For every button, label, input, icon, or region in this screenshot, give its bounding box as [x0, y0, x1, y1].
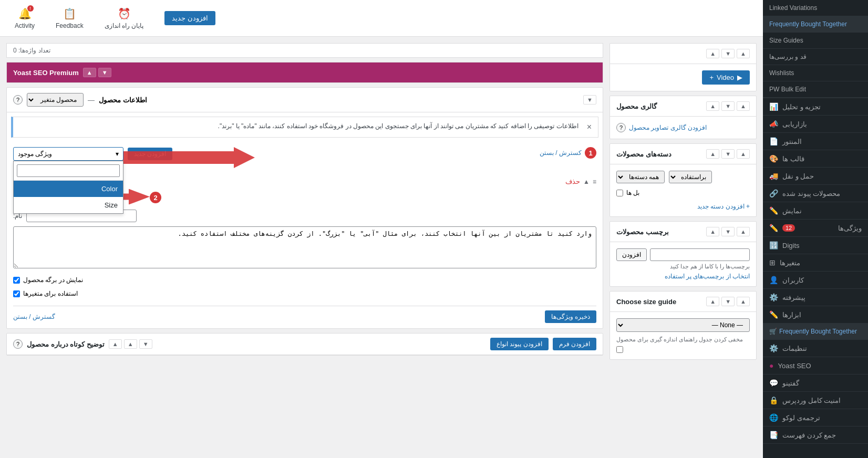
sidebar-item-height-reviews[interactable]: قد و بررسی‌ها: [763, 49, 868, 65]
delete-attr-btn[interactable]: حذف: [565, 178, 580, 185]
expand-attr-btn[interactable]: ▲: [583, 178, 590, 185]
dropdown-search-input[interactable]: [17, 164, 120, 177]
video-up-btn[interactable]: ▲: [737, 49, 750, 58]
gallery-up-btn[interactable]: ▲: [737, 101, 750, 111]
top-bar: افزودن جدید ⏰ پایان راه اندازی 📋 Feedbac…: [0, 0, 763, 37]
gallery-down-btn[interactable]: ▼: [721, 101, 735, 111]
sidebar-label-goftino: گفتینو: [782, 379, 799, 387]
attr-values-textarea[interactable]: وارد کنید تا مشتریان از بین آنها انتخاب …: [13, 226, 596, 268]
sidebar-item-advanced[interactable]: پیشرفته ⚙️: [763, 289, 868, 306]
size-down-btn[interactable]: ▼: [721, 297, 735, 306]
add-attr-button[interactable]: افزودن جدید: [128, 148, 172, 160]
yoast-icon: ●: [769, 361, 773, 370]
tags-down-btn[interactable]: ▼: [721, 227, 735, 236]
sidebar-item-themes[interactable]: قالب ها 🎨: [763, 150, 868, 168]
video-button[interactable]: ▶ Video +: [702, 70, 750, 85]
sidebar-item-marketing[interactable]: بازاریابی 📣: [763, 116, 868, 133]
add-gallery-link[interactable]: افزودن گالری تصاویر محصول: [629, 124, 707, 131]
sidebar-item-settings[interactable]: تنظیمات ⚙️: [763, 340, 868, 357]
dropdown-option-size[interactable]: Size: [14, 197, 123, 213]
activity-item[interactable]: 🔔 ! Activity: [8, 3, 41, 34]
checkbox-display[interactable]: [13, 277, 20, 284]
sidebar-label-monitor: المنتور: [782, 138, 802, 145]
gallery-panel-header: ▲ ▼ ▲ گالری محصول: [610, 96, 756, 117]
attr-dropdown-toggle[interactable]: ▾ ویژگی موجود: [13, 147, 123, 161]
sidebar-item-wishlists[interactable]: Wishlists: [763, 65, 868, 81]
tags-collapse-btn[interactable]: ▲: [706, 227, 719, 236]
sidebar-item-goftino[interactable]: گفتینو 💬: [763, 374, 868, 392]
sidebar-item-wp-security[interactable]: امنیت کامل وردپرس 🔒: [763, 392, 868, 409]
size-collapse-btn[interactable]: ▲: [706, 297, 719, 306]
product-type-select[interactable]: محصول متغیر: [27, 93, 84, 107]
sidebar-item-shipping[interactable]: حمل و نقل 🚚: [763, 168, 868, 185]
cat-collapse-btn[interactable]: ▲: [706, 149, 719, 159]
checkbox-variations-label: استفاده برای متغیرها: [23, 290, 78, 297]
size-guide-header: ▲ ▼ ▲ Choose size guide: [610, 292, 756, 312]
desc-up-btn[interactable]: ▲: [124, 339, 137, 349]
desc-help-btn[interactable]: ?: [13, 339, 23, 349]
category-used-select[interactable]: براستفاده: [669, 171, 712, 183]
sidebar-item-monitor[interactable]: المنتور 📄: [763, 133, 868, 150]
sidebar-item-display[interactable]: نمایش ✏️: [763, 202, 868, 220]
alert-close-button[interactable]: ×: [587, 122, 592, 132]
sidebar-item-users[interactable]: کاربران 👤: [763, 272, 868, 289]
sidebar-item-analytics[interactable]: تجزیه و تحلیل 📊: [763, 98, 868, 116]
checkbox-display-label: نمایش در برگه محصول: [23, 276, 83, 284]
product-info-help-btn[interactable]: ?: [13, 95, 23, 105]
bel-checkbox[interactable]: [616, 190, 623, 196]
sidebar-item-digits[interactable]: Digits 🔢: [763, 237, 868, 254]
tags-panel-body: افزودن برچسب‌ها را با کاما از هم جدا کنی…: [610, 242, 756, 286]
sidebar-item-size-guides[interactable]: Size Guides: [763, 33, 868, 49]
video-down-btn[interactable]: ▼: [721, 49, 735, 58]
yoast-down-btn[interactable]: ▼: [98, 68, 111, 77]
tag-input-field[interactable]: [650, 248, 750, 261]
checkbox-variations[interactable]: [13, 290, 20, 297]
save-attr-button[interactable]: ذخیره ویژگی‌ها: [545, 310, 596, 323]
sidebar-item-fbt[interactable]: Frequently Bought Together 🛒: [763, 324, 868, 340]
tags-title: برچسب محصولات: [616, 228, 669, 236]
sidebar-item-fbt-top[interactable]: Frequently Bought Together: [763, 16, 868, 33]
sidebar-item-variations[interactable]: ویژگی‌ها 12 ✏️: [763, 220, 868, 237]
add-category-link[interactable]: + افزودن دسته جدید: [697, 203, 750, 210]
desc-collapse-btn[interactable]: ▲: [109, 339, 122, 349]
sidebar-item-linked-products[interactable]: محصولات پیوند شده 🔗: [763, 185, 868, 202]
sidebar-item-yoast[interactable]: Yoast SEO ●: [763, 357, 868, 374]
feedback-item[interactable]: 📋 Feedback: [49, 3, 90, 34]
gallery-collapse-btn[interactable]: ▲: [706, 101, 719, 111]
sidebar-item-variables[interactable]: متغیرها ⊞: [763, 254, 868, 272]
cat-up-btn[interactable]: ▲: [737, 149, 750, 159]
sort-button[interactable]: ≡: [593, 178, 596, 185]
add-new-button[interactable]: افزودن جدید: [164, 11, 215, 25]
category-all-select[interactable]: همه دسته‌ها: [616, 171, 665, 183]
add-link-button[interactable]: افزودن پیوند انواع: [490, 338, 549, 350]
size-up-btn[interactable]: ▲: [737, 297, 750, 306]
sidebar-item-pw-bulk-edit[interactable]: PW Bulk Edit: [763, 81, 868, 98]
gallery-help-btn[interactable]: ?: [616, 123, 626, 132]
sidebar-item-category-list[interactable]: جمع کردن فهرست 📑: [763, 426, 868, 444]
add-tag-button[interactable]: افزودن: [616, 248, 647, 261]
sidebar-item-tools[interactable]: ابزارها ✏️: [763, 306, 868, 324]
cat-down-btn[interactable]: ▼: [721, 149, 735, 159]
themes-icon: 🎨: [769, 154, 778, 163]
yoast-up-btn[interactable]: ▲: [83, 68, 96, 77]
select-popular-tags-link[interactable]: انتخاب از برچسب‌های پر استفاده: [665, 273, 750, 280]
video-collapse-btn[interactable]: ▲: [706, 49, 719, 58]
gallery-panel: ▲ ▼ ▲ گالری محصول افزودن گالری تصاویر مح…: [609, 96, 757, 139]
dropdown-option-color[interactable]: Color: [14, 181, 123, 197]
tags-up-btn[interactable]: ▲: [737, 227, 750, 236]
add-form-button[interactable]: افزودن فرم: [553, 338, 596, 350]
sidebar-label-digits: Digits: [782, 242, 800, 249]
sidebar-label-themes: قالب ها: [782, 155, 804, 163]
sidebar-item-translate[interactable]: ترجمه‌ی لوکو 🌐: [763, 409, 868, 426]
product-collapse-btn[interactable]: ▼: [583, 95, 596, 105]
feedback-icon: 📋: [63, 7, 76, 20]
desc-down-btn[interactable]: ▼: [139, 339, 152, 349]
end-setup-item[interactable]: ⏰ پایان راه اندازی: [98, 3, 150, 34]
expand-collapse-link[interactable]: کسترش / بستن: [540, 149, 582, 157]
size-hide-checkbox[interactable]: [616, 346, 623, 353]
activity-icon: 🔔 !: [18, 7, 32, 20]
size-guide-select[interactable]: — None —: [616, 318, 750, 332]
sidebar-item-linked-variations[interactable]: Linked Variations: [763, 0, 868, 16]
sidebar-label-fbt-top: Frequently Bought Together: [769, 20, 847, 28]
expand-attr-link[interactable]: گسترش / بستن: [13, 313, 55, 320]
